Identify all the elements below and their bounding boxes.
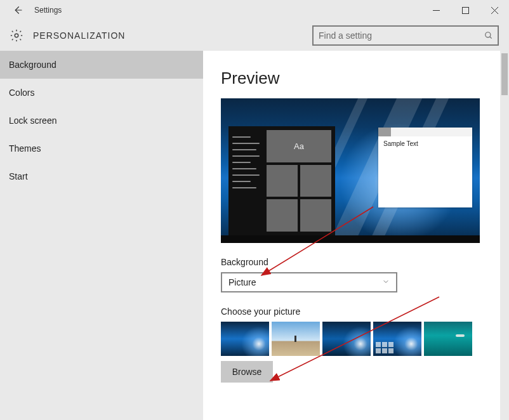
chevron-down-icon — [382, 277, 390, 288]
sidebar-item-label: Background — [9, 60, 56, 70]
picture-thumb-3[interactable] — [322, 322, 371, 356]
main-split: Background Colors Lock screen Themes Sta… — [0, 51, 509, 420]
preview-taskbar — [221, 235, 480, 243]
sidebar-item-label: Colors — [9, 88, 34, 98]
svg-point-4 — [15, 34, 18, 37]
sidebar: Background Colors Lock screen Themes Sta… — [0, 51, 203, 420]
maximize-button[interactable] — [451, 0, 480, 20]
preview-heading: Preview — [221, 69, 491, 88]
background-type-dropdown[interactable]: Picture — [221, 272, 397, 292]
svg-point-5 — [486, 32, 491, 37]
preview-sample-text: Sample Text — [378, 136, 472, 151]
header: PERSONALIZATION — [0, 20, 509, 51]
vertical-scrollbar[interactable] — [500, 51, 509, 420]
picture-thumb-2[interactable] — [272, 322, 320, 356]
sidebar-item-colors[interactable]: Colors — [0, 79, 203, 107]
picture-thumb-4[interactable] — [373, 322, 421, 356]
app-title: Settings — [34, 6, 62, 15]
preview-sample-window: Sample Text — [378, 128, 472, 207]
desktop-preview: Aa Sample Text — [221, 98, 480, 243]
picture-thumb-5[interactable] — [424, 322, 472, 356]
picture-thumb-1[interactable] — [221, 322, 269, 356]
page-title: PERSONALIZATION — [33, 30, 125, 41]
picture-thumbnails — [221, 322, 491, 356]
svg-rect-1 — [462, 7, 468, 13]
sidebar-item-label: Themes — [9, 143, 41, 154]
find-setting-search[interactable] — [312, 25, 499, 46]
browse-button-label: Browse — [232, 367, 262, 377]
sidebar-item-background[interactable]: Background — [0, 51, 203, 79]
choose-picture-label: Choose your picture — [221, 306, 491, 317]
sidebar-item-start[interactable]: Start — [0, 162, 203, 190]
sidebar-item-themes[interactable]: Themes — [0, 135, 203, 162]
dropdown-value: Picture — [228, 277, 382, 287]
svg-line-6 — [490, 37, 492, 39]
window-controls — [421, 0, 509, 20]
scrollbar-thumb[interactable] — [501, 53, 508, 95]
background-label: Background — [221, 257, 491, 267]
browse-button[interactable]: Browse — [221, 361, 273, 383]
search-icon — [480, 31, 498, 40]
preview-aa-tile: Aa — [267, 130, 331, 162]
sidebar-item-label: Start — [9, 171, 28, 181]
gear-icon — [8, 27, 25, 44]
close-button[interactable] — [480, 0, 509, 20]
content-pane: Preview Aa — [203, 51, 509, 420]
search-input[interactable] — [319, 30, 480, 41]
minimize-button[interactable] — [421, 0, 451, 20]
sidebar-item-lock-screen[interactable]: Lock screen — [0, 107, 203, 135]
sidebar-item-label: Lock screen — [9, 115, 56, 126]
back-button[interactable] — [8, 0, 28, 20]
preview-start-menu: Aa — [228, 126, 335, 235]
